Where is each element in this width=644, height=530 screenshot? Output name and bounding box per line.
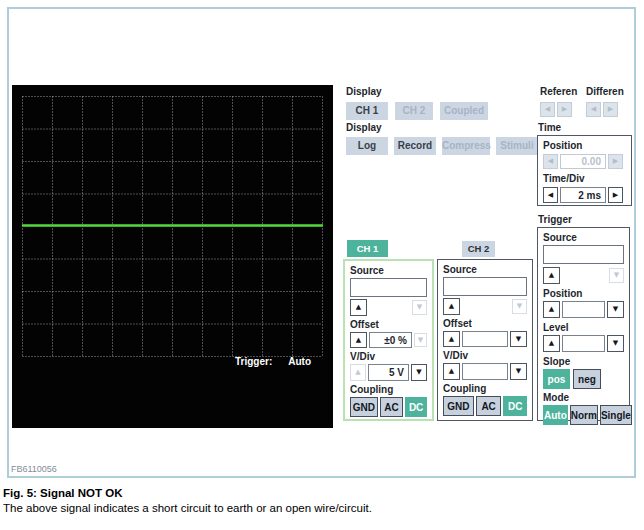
ch2-offset-label: Offset <box>443 318 527 330</box>
ch2-source-down-button[interactable]: ▼ <box>512 299 527 314</box>
oscilloscope-screen: Trigger: Auto <box>12 85 333 428</box>
trigger-status-label: Trigger: <box>235 356 272 367</box>
time-position-value: 0.00 <box>560 154 606 169</box>
ch1-panel: Source ▲ ▼ Offset ▲ ±0 % ▼ V/Div ▲ 5 V ▼… <box>343 259 434 421</box>
trigger-level-up-button[interactable]: ▲ <box>543 335 560 352</box>
ch1-offset-down-button[interactable]: ▼ <box>414 333 427 347</box>
ch1-vdiv-down-button[interactable]: ▼ <box>411 364 427 381</box>
display-coupled-button[interactable]: Coupled <box>440 102 488 120</box>
time-position-increment-button[interactable]: ▶ <box>608 154 623 169</box>
ch1-offset-value: ±0 % <box>369 332 412 348</box>
ch1-coupling-label: Coupling <box>350 384 427 396</box>
time-panel: Position ◀ 0.00 ▶ Time/Div ◀ 2 ms ▶ <box>537 135 632 206</box>
ch2-vdiv-down-button[interactable]: ▼ <box>510 363 527 380</box>
scope-status: Trigger: Auto <box>235 356 311 367</box>
trigger-level-down-button[interactable]: ▼ <box>607 335 624 352</box>
ch2-vdiv-value <box>462 363 508 380</box>
timediv-decrement-button[interactable]: ◀ <box>543 187 558 203</box>
caption-title: Fig. 5: Signal NOT OK <box>3 487 122 499</box>
ch2-vdiv-label: V/Div <box>443 350 527 362</box>
page: Trigger: Auto Display CH 1 CH 2 Coupled … <box>0 0 644 530</box>
ch1-coupling-gnd-button[interactable]: GND <box>350 397 378 417</box>
trigger-position-value <box>562 301 605 318</box>
trigger-position-up-button[interactable]: ▲ <box>543 301 560 318</box>
ch2-tab[interactable]: CH 2 <box>462 241 495 257</box>
ch2-coupling-dc-button[interactable]: DC <box>503 396 527 416</box>
ch2-source-input[interactable] <box>443 277 527 296</box>
ch2-source-label: Source <box>443 264 527 276</box>
trigger-position-down-button[interactable]: ▼ <box>607 301 624 318</box>
scope-grid <box>22 96 324 358</box>
trigger-source-label: Source <box>543 232 624 244</box>
ch1-vdiv-label: V/Div <box>350 351 427 363</box>
display-channels-label: Display <box>346 86 382 98</box>
trigger-status-value: Auto <box>288 356 311 367</box>
display-modes-label: Display <box>346 122 382 134</box>
trigger-mode-label: Mode <box>543 392 624 404</box>
difference-next-button[interactable]: ▶ <box>603 102 618 117</box>
ch1-source-up-button[interactable]: ▲ <box>350 299 367 316</box>
compress-button[interactable]: Compress <box>442 137 490 155</box>
ch1-offset-up-button[interactable]: ▲ <box>350 332 367 348</box>
ch2-coupling-gnd-button[interactable]: GND <box>443 396 474 416</box>
figure-code: FB6110056 <box>11 464 57 474</box>
trigger-source-down-button[interactable]: ▼ <box>609 268 624 283</box>
display-ch2-button[interactable]: CH 2 <box>395 102 433 120</box>
ch1-coupling-dc-button[interactable]: DC <box>405 397 427 417</box>
ch1-vdiv-value: 5 V <box>368 364 409 381</box>
trigger-source-input[interactable] <box>543 245 624 264</box>
signal-trace <box>22 224 323 227</box>
ch2-source-up-button[interactable]: ▲ <box>443 298 460 315</box>
mode-norm-button[interactable]: Norm <box>570 405 598 425</box>
reference-label: Referen <box>540 86 577 98</box>
caption-body: The above signal indicates a short circu… <box>3 502 372 514</box>
mode-auto-button[interactable]: Auto <box>543 405 568 425</box>
display-ch1-button[interactable]: CH 1 <box>346 102 388 120</box>
ch1-vdiv-up-button[interactable]: ▲ <box>350 364 366 381</box>
time-position-label: Position <box>543 140 626 152</box>
difference-prev-button[interactable]: ◀ <box>586 102 601 117</box>
trigger-level-value <box>562 335 605 352</box>
ch2-coupling-label: Coupling <box>443 383 527 395</box>
difference-label: Differen <box>586 86 624 98</box>
record-button[interactable]: Record <box>394 137 436 155</box>
trigger-label: Trigger <box>538 214 572 226</box>
log-button[interactable]: Log <box>346 137 388 155</box>
ch2-offset-value <box>462 331 508 347</box>
ch1-tab[interactable]: CH 1 <box>347 240 388 257</box>
stimuli-button[interactable]: Stimuli <box>496 137 538 155</box>
ch2-offset-up-button[interactable]: ▲ <box>443 331 460 347</box>
timediv-label: Time/Div <box>543 173 626 185</box>
trigger-slope-label: Slope <box>543 356 624 368</box>
timediv-value: 2 ms <box>560 187 606 203</box>
slope-neg-button[interactable]: neg <box>573 369 601 389</box>
time-label: Time <box>538 122 561 134</box>
time-position-decrement-button[interactable]: ◀ <box>543 154 558 169</box>
timediv-increment-button[interactable]: ▶ <box>608 187 623 203</box>
ch1-source-input[interactable] <box>350 278 427 297</box>
trigger-level-label: Level <box>543 322 624 334</box>
reference-next-button[interactable]: ▶ <box>557 102 572 117</box>
ch2-vdiv-up-button[interactable]: ▲ <box>443 363 460 380</box>
reference-prev-button[interactable]: ◀ <box>540 102 555 117</box>
ch1-source-label: Source <box>350 265 427 277</box>
slope-pos-button[interactable]: pos <box>543 369 570 389</box>
ch1-source-down-button[interactable]: ▼ <box>412 300 427 315</box>
trigger-source-up-button[interactable]: ▲ <box>543 267 560 284</box>
ch2-coupling-ac-button[interactable]: AC <box>476 396 501 416</box>
mode-single-button[interactable]: Single <box>600 405 632 425</box>
trigger-position-label: Position <box>543 288 624 300</box>
ch1-offset-label: Offset <box>350 319 427 331</box>
ch1-coupling-ac-button[interactable]: AC <box>380 397 403 417</box>
ch2-offset-down-button[interactable]: ▼ <box>510 331 527 347</box>
ch2-panel: Source ▲ ▼ Offset ▲ ▼ V/Div ▲ ▼ Coupling… <box>437 259 533 421</box>
trigger-panel: Source ▲ ▼ Position ▲ ▼ Level ▲ ▼ Slope … <box>537 227 630 421</box>
